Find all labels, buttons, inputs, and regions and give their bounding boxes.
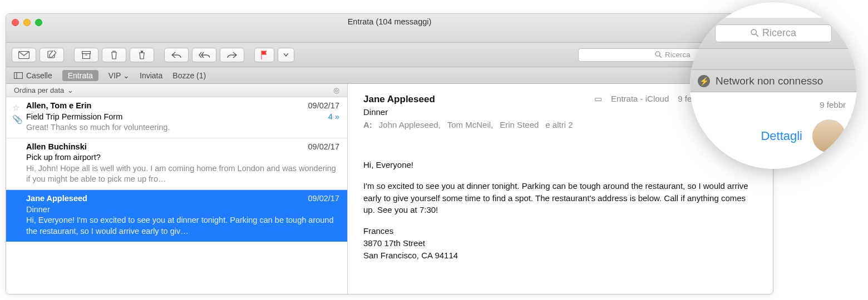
- recipient: Tom McNeil,: [447, 120, 494, 129]
- toolbar: Ricerca: [6, 43, 773, 67]
- message-subject: Dinner: [26, 204, 50, 216]
- chevron-down-icon: [284, 53, 288, 57]
- reply-button[interactable]: [164, 48, 189, 62]
- mail-window: Entrata (104 messaggi): [6, 13, 773, 294]
- search-placeholder: Ricerca: [665, 51, 691, 59]
- message-item-selected[interactable]: Jane Appleseed 09/02/17 Dinner Hi, Every…: [6, 190, 347, 242]
- message-sender: Allen Buchinski: [26, 142, 87, 153]
- delete-button[interactable]: [102, 48, 126, 62]
- details-link[interactable]: Dettagli: [363, 135, 757, 144]
- titlebar: Entrata (104 messaggi): [6, 14, 773, 43]
- junk-button[interactable]: [130, 48, 154, 62]
- recipient-more: e altri 2: [545, 120, 573, 129]
- reading-sender: Jane Appleseed: [363, 94, 594, 105]
- message-item[interactable]: Allen Buchinski 09/02/17 Pick up from ai…: [6, 138, 347, 190]
- chevron-down-icon: ⌄: [67, 86, 73, 94]
- compose-icon: [47, 51, 56, 59]
- body-greeting: Hi, Everyone!: [363, 159, 757, 171]
- body-paragraph: I'm so excited to see you at dinner toni…: [363, 180, 757, 216]
- mailboxes-label: Caselle: [26, 71, 52, 80]
- message-date: 09/02/17: [308, 101, 339, 112]
- svg-rect-7: [14, 72, 23, 78]
- flag-icon: [260, 51, 268, 59]
- svg-rect-3: [83, 53, 90, 58]
- sort-label: Ordina per data: [14, 86, 64, 94]
- archive-icon: [82, 51, 91, 59]
- fav-inbox[interactable]: Entrata: [62, 70, 98, 81]
- mailboxes-toggle[interactable]: Caselle: [14, 71, 52, 80]
- archive-button[interactable]: [74, 48, 98, 62]
- forward-button[interactable]: [220, 48, 244, 62]
- reading-to-label: A:: [363, 120, 372, 129]
- message-item[interactable]: ☆ 📎 Allen, Tom e Erin 09/02/17 Field Tri…: [6, 97, 347, 138]
- magnified-avatar: [812, 119, 846, 153]
- message-preview: Hi, Everyone! I'm so excited to see you …: [26, 215, 339, 237]
- svg-line-6: [659, 56, 662, 58]
- message-date: 09/02/17: [308, 142, 339, 153]
- message-preview: Hi, John! Hope all is well with you. I a…: [26, 163, 339, 185]
- favorites-bar: Caselle Entrata VIP ⌄ Inviata Bozze (1): [6, 67, 773, 84]
- get-mail-button[interactable]: [12, 48, 36, 62]
- reading-pane: Jane Appleseed Dinner A: John Appleseed,…: [348, 84, 773, 294]
- reply-icon: [171, 52, 181, 58]
- magnified-reading-date: 9 febbr: [820, 100, 846, 109]
- search-field[interactable]: Ricerca: [578, 48, 767, 62]
- recipient: Erin Steed: [500, 120, 539, 129]
- envelope-icon: [18, 51, 29, 59]
- filter-icon[interactable]: ◎: [333, 86, 339, 94]
- reading-date: 9 febbraio: [678, 94, 715, 103]
- fav-vip[interactable]: VIP ⌄: [108, 71, 130, 80]
- message-list: Ordina per data ⌄ ◎ ☆ 📎 Allen, Tom e Eri…: [6, 84, 348, 294]
- reading-to-row: A: John Appleseed, Tom McNeil, Erin Stee…: [363, 120, 594, 129]
- trash-icon: [110, 51, 118, 59]
- reading-header: Jane Appleseed Dinner A: John Appleseed,…: [363, 94, 757, 133]
- body-split: Ordina per data ⌄ ◎ ☆ 📎 Allen, Tom e Eri…: [6, 84, 773, 294]
- flag-button[interactable]: [254, 48, 274, 62]
- reading-folder: Entrata - iCloud: [611, 94, 669, 103]
- junk-icon: [137, 51, 146, 59]
- svg-point-5: [655, 52, 660, 56]
- chevron-down-icon: ⌄: [123, 71, 130, 80]
- body-signature: Frances 3870 17th Street San Francisco, …: [363, 225, 757, 261]
- reply-all-button[interactable]: [192, 48, 216, 62]
- fav-sent[interactable]: Inviata: [140, 71, 162, 80]
- window-title: Entrata (104 messaggi): [6, 17, 773, 26]
- search-icon: [655, 51, 662, 58]
- folder-icon: ▭: [594, 94, 602, 104]
- avatar: [732, 94, 757, 119]
- paperclip-icon: 📎: [12, 114, 23, 125]
- reading-subject: Dinner: [363, 107, 594, 117]
- message-subject: Pick up from airport?: [26, 152, 101, 163]
- sort-bar[interactable]: Ordina per data ⌄ ◎: [6, 84, 347, 97]
- message-sender: Allen, Tom e Erin: [26, 101, 91, 112]
- reading-body: Hi, Everyone! I'm so excited to see you …: [363, 159, 757, 261]
- message-subject: Field Trip Permission Form: [26, 112, 122, 123]
- message-thread-count: 4 »: [328, 112, 339, 123]
- fav-drafts[interactable]: Bozze (1): [172, 71, 206, 80]
- reply-all-icon: [199, 52, 210, 58]
- sidebar-icon: [14, 72, 23, 79]
- star-icon: ☆: [12, 102, 19, 113]
- message-preview: Great! Thanks so much for volunteering.: [26, 122, 339, 133]
- message-sender: Jane Appleseed: [26, 193, 87, 204]
- flag-menu-button[interactable]: [278, 48, 294, 62]
- message-date: 09/02/17: [308, 193, 339, 204]
- recipient: John Appleseed,: [379, 120, 441, 129]
- compose-button[interactable]: [40, 48, 64, 62]
- forward-icon: [227, 52, 237, 58]
